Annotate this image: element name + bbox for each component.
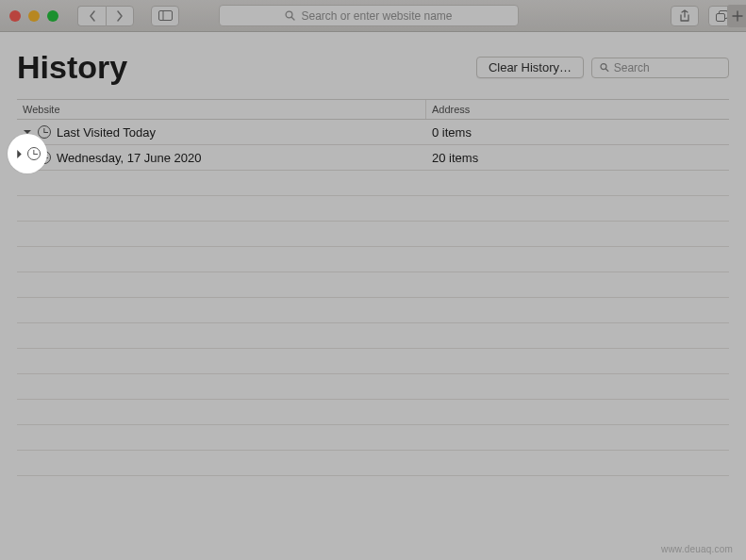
empty-row [17,451,729,476]
page-title: History [17,49,127,86]
history-header: History Clear History… [17,49,729,86]
empty-row [17,298,729,323]
back-button[interactable] [77,6,106,26]
clock-icon [27,147,41,160]
address-bar[interactable]: Search or enter website name [219,5,519,26]
new-tab-button[interactable] [727,5,746,27]
browser-toolbar: Search or enter website name [0,0,746,32]
column-header-address[interactable]: Address [426,104,729,115]
minimize-window-button[interactable] [28,10,40,22]
empty-row [17,323,729,349]
sidebar-toggle-button[interactable] [151,6,179,26]
plus-icon [732,10,743,22]
svg-rect-5 [717,13,725,21]
history-panel: History Clear History… Website Address L… [0,32,746,560]
forward-button[interactable] [106,6,134,26]
row-label: Last Visited Today [57,125,156,140]
search-icon [600,62,609,73]
empty-row [17,374,729,400]
clear-history-button[interactable]: Clear History… [476,57,584,78]
chevron-left-icon [89,10,96,22]
row-label: Wednesday, 17 June 2020 [57,151,201,165]
table-row[interactable]: Wednesday, 17 June 2020 20 items [17,145,729,171]
empty-row [17,222,729,247]
address-bar-placeholder: Search or enter website name [301,9,452,23]
table-header: Website Address [17,99,729,120]
row-address: 20 items [426,151,729,165]
history-search-input[interactable] [614,61,721,74]
maximize-window-button[interactable] [47,10,58,22]
empty-row [17,272,729,298]
history-table: Website Address Last Visited Today 0 ite… [17,99,729,476]
callout-highlight [8,134,47,173]
svg-line-7 [605,69,607,71]
svg-rect-0 [158,11,172,21]
column-header-website[interactable]: Website [17,100,426,119]
history-search[interactable] [591,58,729,78]
empty-row [17,400,729,425]
empty-row [17,349,729,374]
sidebar-icon [158,10,173,21]
table-row[interactable]: Last Visited Today 0 items [17,120,729,145]
chevron-right-icon [116,10,124,22]
row-address: 0 items [426,125,729,140]
svg-line-3 [292,17,295,20]
empty-row [17,247,729,272]
search-icon [285,10,295,21]
empty-row [17,171,729,196]
share-button[interactable] [671,6,699,26]
share-icon [679,9,690,23]
empty-row [17,196,729,222]
empty-row [17,425,729,451]
close-window-button[interactable] [9,10,21,22]
nav-back-forward [77,6,134,26]
window-controls [9,10,58,22]
clock-icon [38,125,51,139]
watermark: www.deuaq.com [661,544,733,554]
chevron-right-icon [14,150,24,158]
